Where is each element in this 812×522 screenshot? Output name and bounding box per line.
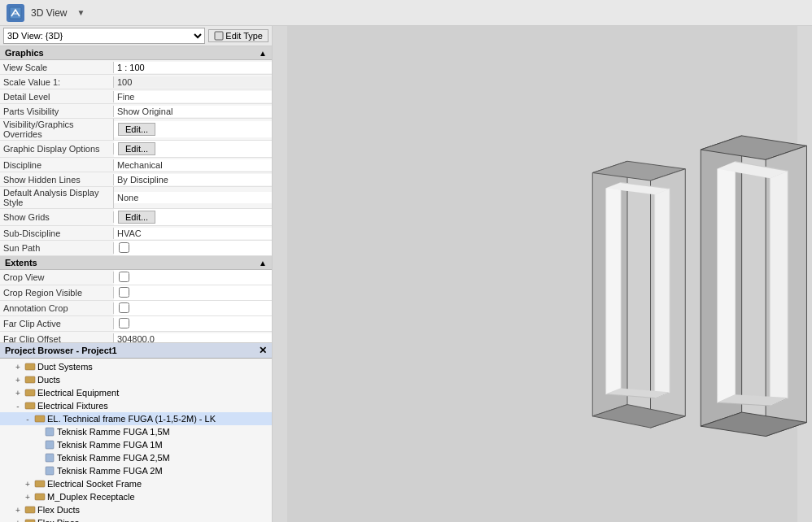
prop-far-clip-offset: Far Clip Offset 304800.0 [0,332,272,343]
graphics-collapse-icon[interactable]: ▲ [259,49,267,58]
prop-crop-region-visible: Crop Region Visible [0,285,272,301]
expand-ducts-icon[interactable]: + [13,375,23,385]
prop-graphic-display: Graphic Display Options Edit... [0,141,272,158]
svg-rect-9 [46,441,54,449]
extents-collapse-icon[interactable]: ▲ [259,259,267,268]
view-dropdown[interactable]: 3D View: {3D} [3,28,205,44]
prop-scale-value: Scale Value 1: 100 [0,75,272,89]
expand-fuga-2m-icon: · [33,466,42,476]
prop-show-grids: Show Grids Edit... [0,209,272,226]
prop-analysis-display: Default Analysis Display Style None [0,187,272,209]
svg-rect-2 [216,33,222,39]
pb-item-flex-ducts[interactable]: + Flex Ducts [0,503,272,516]
pb-item-electrical-fixtures[interactable]: - Electrical Fixtures [0,399,272,412]
project-browser-title: Project Browser - Project1 [5,346,117,355]
project-browser-close-button[interactable]: ✕ [259,345,267,356]
graphics-section-header[interactable]: Graphics ▲ [0,46,272,60]
svg-rect-4 [25,376,35,383]
app-icon [7,4,24,22]
properties-panel: 3D View: {3D} Edit Type Graphics ▲ View … [0,26,272,343]
pb-item-technical-frame[interactable]: - EL. Technical frame FUGA (1-1,5-2M) - … [0,412,272,425]
crop-region-visible-checkbox[interactable] [119,287,129,298]
svg-rect-3 [25,363,35,370]
sun-path-checkbox[interactable] [119,242,129,253]
expand-m-duplex-icon[interactable]: + [23,492,33,502]
pb-item-ducts[interactable]: + Ducts [0,373,272,386]
project-browser: Project Browser - Project1 ✕ + Duct Syst… [0,343,272,522]
expand-flex-pipes-icon[interactable]: + [13,518,23,522]
pb-item-electrical-equipment[interactable]: + Electrical Equipment [0,386,272,399]
svg-marker-38 [718,162,735,402]
viewport-background [273,26,812,522]
svg-rect-13 [35,494,45,500]
svg-rect-12 [35,481,45,487]
svg-rect-7 [35,415,45,422]
expand-electrical-equipment-icon[interactable]: + [13,388,23,398]
crop-view-checkbox[interactable] [119,272,129,282]
prop-sun-path: Sun Path [0,241,272,256]
prop-far-clip-active: Far Clip Active [0,316,272,332]
prop-detail-level: Detail Level Fine [0,89,272,104]
prop-view-scale: View Scale [0,60,272,75]
title-bar-text: 3D View [31,7,67,19]
expand-fuga-1m-icon: · [33,440,42,450]
edit-type-button[interactable]: Edit Type [208,29,268,42]
svg-rect-10 [46,454,54,462]
expand-flex-ducts-icon[interactable]: + [13,505,23,515]
viewport-panel[interactable] [273,26,812,522]
prop-sub-discipline: Sub-Discipline HVAC [0,226,272,241]
expand-electrical-socket-icon[interactable]: + [23,479,33,489]
annotation-crop-checkbox[interactable] [119,302,129,313]
pb-item-fuga-25m[interactable]: · Teknisk Ramme FUGA 2,5M [0,451,272,464]
expand-technical-frame-icon[interactable]: - [23,414,33,424]
expand-duct-systems-icon[interactable]: + [13,362,23,372]
main-layout: 3D View: {3D} Edit Type Graphics ▲ View … [0,26,812,522]
prop-annotation-crop: Annotation Crop [0,301,272,316]
graphic-display-edit-button[interactable]: Edit... [118,142,155,155]
pb-item-m-duplex-receptacle[interactable]: + M_Duplex Receptacle [0,490,272,503]
prop-discipline: Discipline Mechanical [0,158,272,172]
pb-item-duct-systems[interactable]: + Duct Systems [0,360,272,373]
svg-marker-26 [606,183,620,394]
properties-dropdown-bar: 3D View: {3D} Edit Type [0,26,272,46]
pb-item-fuga-1m[interactable]: · Teknisk Ramme FUGA 1M [0,438,272,451]
show-grids-edit-button[interactable]: Edit... [118,211,155,224]
svg-marker-40 [771,172,788,406]
prop-parts-visibility: Parts Visibility Show Original [0,104,272,119]
prop-visibility-graphics: Visibility/Graphics Overrides Edit... [0,119,272,141]
expand-fuga-15m-icon: · [33,427,42,437]
viewport-canvas [273,26,812,522]
prop-crop-view: Crop View [0,270,272,285]
expand-fuga-25m-icon: · [33,453,42,463]
prop-show-hidden-lines: Show Hidden Lines By Discipline [0,172,272,187]
svg-rect-11 [46,467,54,475]
svg-marker-28 [655,189,669,398]
pb-item-fuga-2m[interactable]: · Teknisk Ramme FUGA 2M [0,464,272,477]
extents-section-header[interactable]: Extents ▲ [0,256,272,270]
svg-rect-6 [25,402,35,409]
pb-item-fuga-15m[interactable]: · Teknisk Ramme FUGA 1,5M [0,425,272,438]
svg-rect-14 [25,507,35,513]
visibility-edit-button[interactable]: Edit... [118,123,155,136]
svg-rect-5 [25,389,35,396]
pb-item-electrical-socket-frame[interactable]: + Electrical Socket Frame [0,477,272,490]
left-panel: 3D View: {3D} Edit Type Graphics ▲ View … [0,26,273,522]
svg-rect-8 [46,428,54,436]
title-bar: 3D View ▼ [0,0,812,26]
pb-item-flex-pipes[interactable]: + Flex Pipes [0,516,272,522]
expand-electrical-fixtures-icon[interactable]: - [13,401,23,411]
far-clip-active-checkbox[interactable] [119,318,129,328]
view-scale-input[interactable] [117,63,268,72]
title-bar-arrow[interactable]: ▼ [76,8,85,17]
project-browser-tree: + Duct Systems + Ducts + Electrical Equi… [0,359,272,522]
project-browser-header: Project Browser - Project1 ✕ [0,343,272,359]
